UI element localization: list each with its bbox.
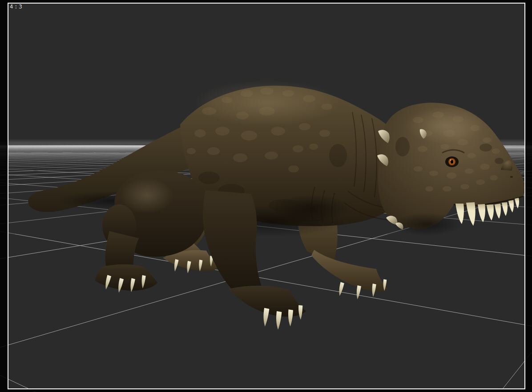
scene-canvas[interactable] xyxy=(0,0,532,392)
creature-model[interactable] xyxy=(28,80,524,330)
viewport[interactable]: 4:3 xyxy=(0,0,532,392)
creature-head xyxy=(378,103,524,236)
aspect-ratio-label: 4:3 xyxy=(10,4,24,10)
creature-eye xyxy=(445,156,459,167)
